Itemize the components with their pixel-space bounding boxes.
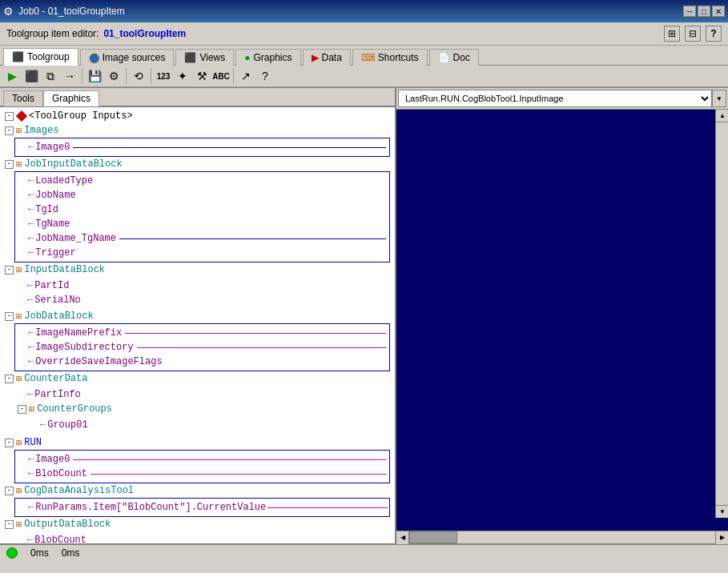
node-label: CogDataAnalysisTool: [24, 485, 134, 496]
undo-button[interactable]: ⟲: [130, 67, 147, 85]
tab-data[interactable]: ▶ Data: [303, 49, 351, 66]
hscroll-right-btn[interactable]: ▶: [715, 531, 728, 544]
star-button[interactable]: ✦: [174, 67, 191, 85]
tree-area[interactable]: - <ToolGroup Inputs> - ⊞ Images ←: [0, 107, 395, 543]
run-button[interactable]: ▶: [3, 67, 21, 85]
tree-node-run: - ⊞ RUN: [2, 435, 393, 450]
minimize-button[interactable]: ─: [683, 6, 696, 17]
node-label: InputDataBlock: [24, 264, 105, 275]
node-label: LoadedType: [35, 175, 93, 186]
tree-node-image-name-prefix: ← ImageNamePrefix: [15, 326, 389, 340]
graphics-subtab-label: Graphics: [52, 93, 90, 104]
help-button[interactable]: ?: [706, 26, 722, 42]
arrow-left-icon: ←: [28, 327, 34, 339]
toolbar-separator-1: [82, 68, 82, 84]
expand-icon[interactable]: -: [5, 375, 14, 383]
arrow-right-icon: ←: [28, 247, 34, 258]
tools-subtab-label: Tools: [12, 93, 34, 104]
node-label: <ToolGroup Inputs>: [29, 110, 133, 122]
arrow-button[interactable]: ↗: [237, 67, 255, 85]
export-button[interactable]: →: [61, 67, 78, 85]
connection-line: [125, 333, 386, 334]
expand-icon[interactable]: -: [5, 312, 14, 321]
node-icon-folder: ⊞: [16, 519, 22, 531]
tree-node-images: - ⊞ Images: [2, 123, 393, 138]
tab-shortcuts[interactable]: ⌨ Shortcuts: [352, 49, 428, 66]
arrow-right-icon: ←: [27, 295, 33, 306]
tab-views[interactable]: ⬛ Views: [175, 49, 234, 66]
scroll-track-right: [716, 122, 728, 505]
toolbar-extra-btn2[interactable]: ⊟: [685, 26, 701, 42]
node-icon-folder: ⊞: [16, 158, 22, 170]
hscroll-left-btn[interactable]: ◀: [396, 531, 409, 544]
connection-line: [267, 507, 388, 508]
toolbar-extra-btn1[interactable]: ⊞: [664, 26, 680, 42]
shortcuts-tab-label: Shortcuts: [378, 52, 419, 63]
arrow-left-icon: ←: [28, 502, 34, 513]
status-indicator: [6, 547, 18, 559]
left-panel: Tools Graphics - <ToolGroup Inputs>: [0, 88, 396, 543]
arrow-left-icon: ←: [28, 356, 34, 367]
tab-toolgroup[interactable]: ⬛ Toolgroup: [3, 48, 78, 66]
node-label: ImageNamePrefix: [35, 327, 122, 339]
titlebar-controls[interactable]: ─ □ ✕: [683, 6, 725, 17]
right-scrollbar[interactable]: ▲ ▼: [715, 110, 728, 518]
expand-icon[interactable]: -: [5, 112, 14, 121]
connection-line: [119, 238, 386, 239]
expand-icon[interactable]: -: [5, 487, 14, 495]
copy-button[interactable]: ⧉: [42, 67, 59, 85]
expand-icon[interactable]: -: [5, 520, 14, 529]
node-label: RunParams.Item["BlobCount"].CurrentValue: [35, 502, 266, 513]
right-hscrollbar[interactable]: ◀ ▶: [396, 531, 728, 543]
step-button[interactable]: ⬛: [22, 67, 40, 85]
image-source-dropdown[interactable]: LastRun.RUN.CogBlobTool1.InputImage: [398, 90, 712, 107]
tab-graphics-sub[interactable]: Graphics: [43, 90, 99, 106]
tab-doc[interactable]: 📄 Doc: [429, 49, 479, 66]
node-icon-folder: ⊞: [16, 485, 22, 497]
hscroll-track: [409, 531, 715, 543]
connection-line: [73, 459, 386, 460]
graphics-tab-label: Graphics: [253, 52, 292, 63]
connection-line: [137, 347, 386, 348]
maximize-button[interactable]: □: [698, 6, 710, 17]
expand-icon[interactable]: -: [5, 160, 14, 169]
expand-icon[interactable]: -: [5, 439, 14, 447]
graphics-tab-icon: ●: [244, 52, 250, 63]
scroll-down-btn[interactable]: ▼: [716, 505, 728, 518]
main-tab-bar: ⬛ Toolgroup ⬤ Image sources ⬛ Views ● Gr…: [0, 46, 728, 66]
node-label: Image0: [35, 142, 70, 153]
toolgroup-tab-label: Toolgroup: [27, 51, 70, 62]
node-label: PartInfo: [34, 389, 81, 400]
expand-icon[interactable]: -: [5, 126, 14, 135]
scroll-up-btn[interactable]: ▲: [716, 110, 728, 122]
tab-image-sources[interactable]: ⬤ Image sources: [80, 49, 175, 66]
settings-button[interactable]: ⚙: [105, 67, 123, 85]
number-button[interactable]: 123: [155, 67, 172, 85]
help-tool-button[interactable]: ?: [256, 67, 274, 85]
tools-button[interactable]: ⚒: [193, 67, 211, 85]
node-label: TgName: [35, 218, 70, 230]
data-tab-icon: ▶: [312, 52, 319, 63]
node-icon-folder: ⊞: [16, 373, 22, 385]
hscroll-thumb[interactable]: [409, 531, 457, 543]
text-button[interactable]: ABC: [212, 67, 230, 85]
expand-icon[interactable]: -: [5, 266, 14, 274]
close-button[interactable]: ✕: [712, 6, 725, 17]
titlebar-left: ⚙ Job0 - 01_toolGroupItem: [3, 5, 125, 18]
titlebar-title: Job0 - 01_toolGroupItem: [18, 6, 125, 17]
tab-graphics[interactable]: ● Graphics: [235, 49, 300, 66]
tree-node-part-info: ← PartInfo: [14, 387, 390, 402]
tree-node-cog-data-analysis: - ⊞ CogDataAnalysisTool: [2, 483, 393, 498]
tree-node-override-save-image-flags: ← OverrideSaveImageFlags: [15, 355, 389, 369]
save-button[interactable]: 💾: [86, 67, 103, 85]
dropdown-scroll-btn[interactable]: ▼: [712, 90, 726, 107]
tree-node-job-data-block: - ⊞ JobDataBlock: [2, 309, 393, 323]
node-icon-folder: ⊞: [16, 437, 22, 449]
arrow-right-icon: ←: [28, 468, 34, 479]
expand-icon[interactable]: -: [18, 405, 26, 414]
node-label: Image0: [35, 454, 70, 465]
tab-tools[interactable]: Tools: [3, 90, 43, 106]
tree-node-job-name: ← JobName: [15, 188, 389, 202]
node-label: Images: [24, 125, 58, 136]
toolbar-separator-2: [126, 68, 127, 84]
